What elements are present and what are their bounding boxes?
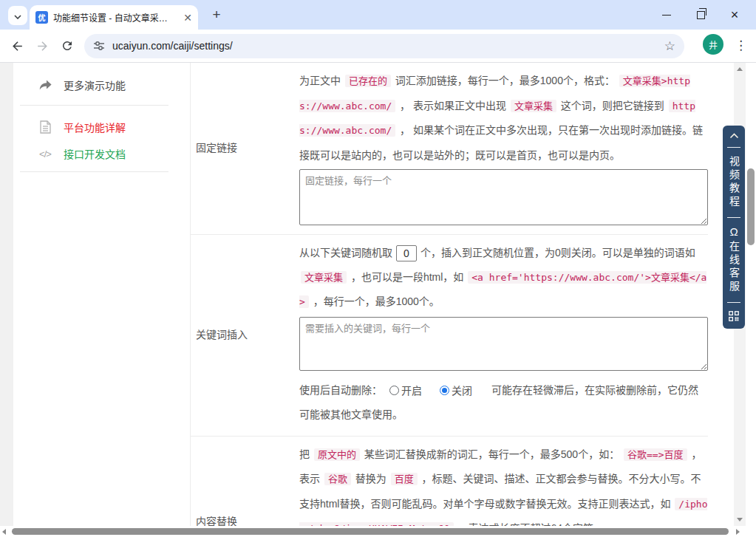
- address-bar[interactable]: ucaiyun.com/caiji/settings/ ☆: [84, 34, 684, 58]
- site-settings-icon[interactable]: [93, 40, 105, 52]
- panel-divider: [727, 217, 740, 218]
- form-row-description: 为正文中 已存在的 词汇添加链接，每行一个，最多1000个，格式： 文章采集>h…: [299, 69, 708, 167]
- settings-form: 固定链接为正文中 已存在的 词汇添加链接，每行一个，最多1000个，格式： 文章…: [191, 63, 708, 526]
- keyword-count-input[interactable]: [396, 245, 417, 261]
- bell-icon: Ω: [729, 226, 738, 237]
- sidebar-item-2[interactable]: 平台功能详解: [38, 117, 126, 137]
- restore-icon: [697, 11, 705, 19]
- new-tab-button[interactable]: +: [208, 7, 225, 23]
- code-snippet: 文章采集: [301, 271, 347, 284]
- site-favicon: 优: [35, 11, 48, 24]
- tab-search-button[interactable]: [8, 6, 27, 25]
- sidebar: 更多演示功能平台功能详解</>接口开发文档: [13, 63, 191, 526]
- url-text[interactable]: ucaiyun.com/caiji/settings/: [112, 40, 233, 52]
- code-icon: </>: [38, 148, 52, 160]
- page-content: 更多演示功能平台功能详解</>接口开发文档 固定链接为正文中 已存在的 词汇添加…: [0, 63, 756, 537]
- scroll-down-arrow[interactable]: [737, 518, 743, 521]
- browser-menu-icon[interactable]: ⋮: [735, 38, 747, 53]
- browser-window: 优 功能细节设置 - 自动文章采集器 ✕ + × ucaiyun.com/cai…: [0, 0, 756, 537]
- horizontal-scrollbar[interactable]: [0, 526, 746, 537]
- form-row-label: 内容替换: [191, 442, 299, 526]
- qrcode-icon[interactable]: [729, 311, 739, 321]
- sidebar-item-1[interactable]: 更多演示功能: [38, 75, 126, 95]
- panel-divider: [727, 147, 740, 148]
- window-scrollbar-thumb[interactable]: [747, 168, 755, 245]
- share-arrow-icon: [38, 79, 52, 91]
- radio-label: 开启: [401, 379, 422, 403]
- code-snippet: 谷歌==>百度: [624, 448, 687, 461]
- sidebar-divider: [20, 171, 168, 172]
- code-snippet: 已存在的: [345, 75, 391, 87]
- bookmark-star-icon[interactable]: ☆: [664, 38, 675, 54]
- forward-button[interactable]: [30, 33, 55, 58]
- browser-toolbar: ucaiyun.com/caiji/settings/ ☆ 井 ⋮: [0, 30, 756, 63]
- back-button[interactable]: [4, 33, 30, 58]
- chevron-up-icon: [729, 133, 739, 139]
- reload-icon: [61, 39, 74, 52]
- auto-delete-prefix: 使用后自动删除：: [299, 384, 382, 396]
- sidebar-divider: [20, 105, 168, 106]
- sidebar-item-3[interactable]: </>接口开发文档: [38, 143, 126, 164]
- form-row-content: 把 原文中的 某些词汇替换成新的词汇，每行一个，最多500个，如： 谷歌==>百…: [299, 442, 708, 526]
- titlebar: 优 功能细节设置 - 自动文章采集器 ✕ + ×: [0, 0, 756, 30]
- panel-divider: [727, 302, 740, 303]
- profile-avatar[interactable]: 井: [703, 34, 723, 55]
- code-snippet: 原文中的: [314, 448, 360, 461]
- scroll-left-arrow[interactable]: [2, 529, 6, 535]
- browser-tab[interactable]: 优 功能细节设置 - 自动文章采集器 ✕: [30, 5, 198, 30]
- form-row-description: 把 原文中的 某些词汇替换成新的词汇，每行一个，最多500个，如： 谷歌==>百…: [299, 442, 708, 526]
- floating-helper-panel: 视频教程 Ω 在线客服: [723, 126, 745, 329]
- form-row-content: 为正文中 已存在的 词汇添加链接，每行一个，最多1000个，格式： 文章采集>h…: [299, 69, 708, 225]
- code-snippet: 谷歌: [324, 473, 351, 485]
- minimize-button[interactable]: [650, 0, 684, 30]
- online-support-link[interactable]: 在线客服: [729, 241, 739, 294]
- video-tutorial-link[interactable]: 视频教程: [729, 156, 739, 209]
- 关键词插入-textarea[interactable]: [299, 317, 708, 371]
- form-row-content: 从以下关键词随机取个，插入到正文随机位置，为0则关闭。可以是单独的词语如 文章采…: [299, 241, 708, 427]
- back-to-top-button[interactable]: [729, 133, 739, 139]
- form-row-label: 关键词插入: [191, 241, 299, 427]
- radio-关闭[interactable]: 关闭: [440, 379, 472, 403]
- close-button[interactable]: ×: [718, 0, 752, 30]
- code-snippet: <a href='https://www.abc.com/'>文章采集</a>: [299, 271, 706, 309]
- radio-开启[interactable]: 开启: [389, 379, 422, 403]
- reload-button[interactable]: [55, 33, 80, 58]
- radio-label: 关闭: [452, 379, 472, 403]
- sidebar-item-label: 平台功能详解: [64, 120, 126, 134]
- scroll-right-arrow[interactable]: [736, 529, 740, 535]
- form-row-2: 关键词插入从以下关键词随机取个，插入到正文随机位置，为0则关闭。可以是单独的词语…: [191, 235, 708, 437]
- window-scrollbar[interactable]: [746, 63, 756, 537]
- back-icon: [10, 39, 24, 53]
- scroll-up-arrow[interactable]: [737, 67, 743, 71]
- form-row-label: 固定链接: [191, 69, 299, 225]
- sidebar-item-label: 更多演示功能: [64, 78, 126, 92]
- form-row-3: 内容替换把 原文中的 某些词汇替换成新的词汇，每行一个，最多500个，如： 谷歌…: [191, 437, 708, 526]
- tab-close-icon[interactable]: ✕: [183, 13, 192, 23]
- code-snippet: 百度: [391, 473, 418, 485]
- document-icon: [38, 120, 52, 134]
- close-icon: ×: [731, 8, 739, 21]
- horizontal-scrollbar-thumb[interactable]: [12, 528, 729, 535]
- minimize-icon: [662, 15, 671, 16]
- window-controls: ×: [650, 0, 752, 30]
- chevron-down-icon: [14, 9, 21, 22]
- radio-unchecked-icon[interactable]: [389, 386, 399, 395]
- page-left-gutter: [0, 63, 13, 526]
- form-row-1: 固定链接为正文中 已存在的 词汇添加链接，每行一个，最多1000个，格式： 文章…: [191, 63, 708, 235]
- code-snippet: 文章采集: [511, 100, 556, 112]
- code-snippet: /iphone\d+s?/i==>HUAWEI Mate 60: [299, 498, 707, 526]
- 固定链接-textarea[interactable]: [299, 169, 708, 225]
- tab-title: 功能细节设置 - 自动文章采集器: [53, 11, 171, 24]
- form-row-description: 从以下关键词随机取个，插入到正文随机位置，为0则关闭。可以是单独的词语如 文章采…: [299, 241, 708, 315]
- auto-delete-options: 使用后自动删除：开启关闭可能存在轻微滞后，在实际被删除前，它仍然可能被其他文章使…: [299, 378, 708, 427]
- sidebar-item-label: 接口开发文档: [64, 146, 126, 161]
- radio-checked-icon[interactable]: [440, 386, 449, 395]
- restore-button[interactable]: [684, 0, 718, 30]
- forward-icon: [35, 39, 50, 53]
